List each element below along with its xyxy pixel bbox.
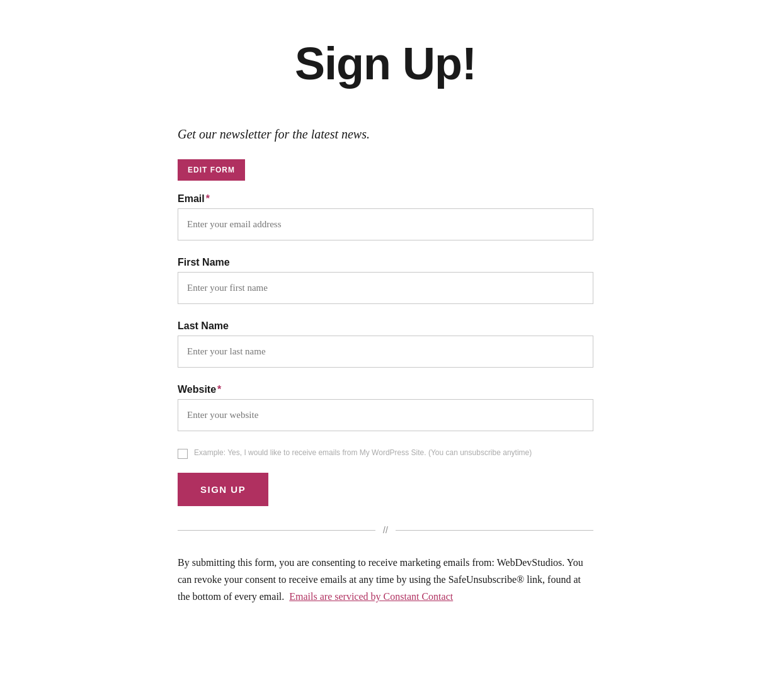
website-field-group: Website* (178, 384, 593, 443)
tagline: Get our newsletter for the latest news. (178, 127, 593, 142)
email-field-group: Email* (178, 193, 593, 252)
divider: // (178, 525, 593, 535)
first-name-input[interactable] (178, 272, 593, 304)
email-input[interactable] (178, 208, 593, 240)
divider-text: // (383, 525, 388, 535)
consent-checkbox[interactable] (178, 449, 188, 459)
divider-line-right (396, 530, 593, 531)
form-section: Get our newsletter for the latest news. … (165, 127, 606, 606)
consent-row: Example: Yes, I would like to receive em… (178, 448, 593, 459)
last-name-label: Last Name (178, 320, 593, 332)
website-input[interactable] (178, 399, 593, 431)
edit-form-button[interactable]: EDIT FORM (178, 159, 245, 181)
disclaimer-text: By submitting this form, you are consent… (178, 554, 593, 606)
first-name-field-group: First Name (178, 257, 593, 315)
page-title: Sign Up! (13, 25, 758, 89)
constant-contact-link[interactable]: Emails are serviced by Constant Contact (289, 591, 453, 602)
consent-label: Example: Yes, I would like to receive em… (194, 448, 532, 458)
website-label: Website* (178, 384, 593, 395)
email-label: Email* (178, 193, 593, 205)
signup-button[interactable]: SIGN UP (178, 473, 268, 506)
divider-line-left (178, 530, 375, 531)
last-name-field-group: Last Name (178, 320, 593, 379)
website-required-star: * (217, 384, 221, 395)
page-wrapper: Sign Up! Get our newsletter for the late… (0, 0, 771, 643)
last-name-input[interactable] (178, 336, 593, 368)
first-name-label: First Name (178, 257, 593, 268)
email-required-star: * (206, 193, 210, 204)
